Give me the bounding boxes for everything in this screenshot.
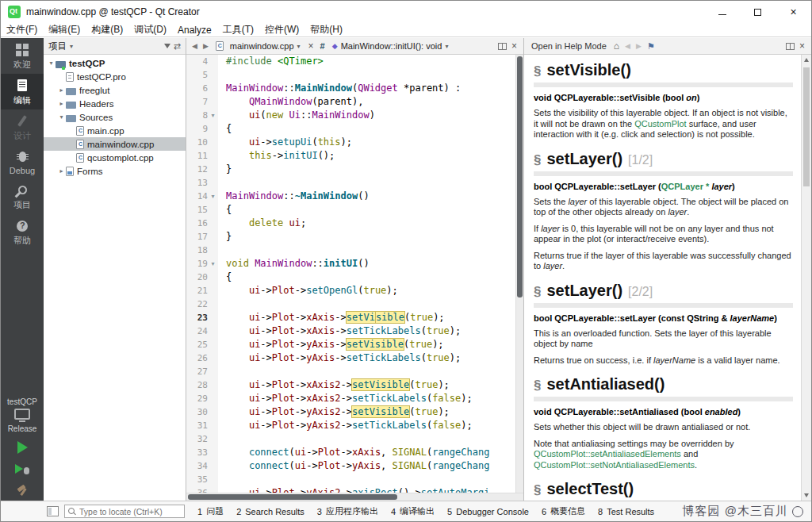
- home-icon[interactable]: ⌂: [612, 40, 621, 52]
- tree-item-Sources[interactable]: ▾Sources: [44, 110, 186, 124]
- code-line-9[interactable]: 9{: [186, 122, 515, 136]
- line-number[interactable]: 25: [186, 338, 208, 351]
- line-number[interactable]: 16: [186, 217, 208, 230]
- line-number[interactable]: 13: [186, 176, 208, 190]
- code-line-12[interactable]: 12}: [186, 163, 515, 176]
- code-line-18[interactable]: 18: [186, 244, 515, 257]
- output-pane-button-5[interactable]: 5Debugger Console: [441, 501, 535, 521]
- line-number[interactable]: 11: [186, 149, 208, 163]
- code-line-20[interactable]: 20{: [186, 271, 515, 284]
- line-number[interactable]: 26: [186, 351, 208, 365]
- code-line-27[interactable]: 27: [186, 365, 515, 378]
- minimize-button[interactable]: [704, 1, 740, 23]
- code-line-13[interactable]: 13: [186, 176, 515, 190]
- locator-input[interactable]: [79, 507, 181, 516]
- chevron-down-icon[interactable]: ▾: [70, 43, 73, 50]
- sync-icon[interactable]: ⇄: [174, 41, 181, 52]
- menu-item-7[interactable]: 帮助(H): [304, 23, 348, 36]
- back-icon[interactable]: ◀: [623, 42, 632, 50]
- code-line-33[interactable]: 33 connect(ui->Plot->xAxis, SIGNAL(range…: [186, 446, 515, 459]
- code-line-14[interactable]: 14▾MainWindow::~MainWindow(): [186, 190, 515, 203]
- back-icon[interactable]: ◀: [190, 42, 199, 50]
- close-button[interactable]: ×: [776, 1, 811, 23]
- menu-item-1[interactable]: 编辑(E): [43, 23, 86, 36]
- code-line-15[interactable]: 15{: [186, 203, 515, 217]
- line-number[interactable]: 18: [186, 244, 208, 257]
- bookmark-flag-icon[interactable]: ⚑: [645, 41, 657, 52]
- line-number[interactable]: 28: [186, 378, 208, 392]
- scrollbar-thumb[interactable]: [517, 56, 523, 297]
- tree-item-freeglut[interactable]: ▸freeglut: [44, 83, 186, 97]
- tree-item-mainwindow.cpp[interactable]: mainwindow.cpp: [44, 137, 186, 151]
- code-line-21[interactable]: 21 ui->Plot->setOpenGl(true);: [186, 284, 515, 297]
- line-number[interactable]: 27: [186, 365, 208, 378]
- code-line-24[interactable]: 24 ui->Plot->xAxis->setTickLabels(true);: [186, 324, 515, 338]
- code-line-35[interactable]: 35: [186, 473, 515, 486]
- output-pane-button-8[interactable]: 8Test Results: [592, 501, 661, 521]
- doc-link[interactable]: QCustomPlot::setNotAntialiasedElements: [534, 460, 695, 470]
- tree-item-testQCP[interactable]: ▾testQCP: [44, 56, 186, 70]
- code-line-25[interactable]: 25 ui->Plot->yAxis->setVisible(true);: [186, 338, 515, 351]
- close-split-icon[interactable]: ×: [509, 40, 519, 52]
- line-number[interactable]: 12: [186, 163, 208, 176]
- fold-marker-icon[interactable]: ▾: [208, 109, 218, 122]
- code-line-28[interactable]: 28 ui->Plot->xAxis2->setVisible(true);: [186, 378, 515, 392]
- tree-item-main.cpp[interactable]: main.cpp: [44, 124, 186, 137]
- doc-link[interactable]: QCustomPlot::setAntialiasedElements: [534, 449, 681, 459]
- line-number[interactable]: 31: [186, 419, 208, 432]
- scroll-up-icon[interactable]: [802, 55, 811, 65]
- menu-item-4[interactable]: Analyze: [172, 23, 217, 36]
- split-help-icon[interactable]: [786, 43, 795, 50]
- line-number[interactable]: 21: [186, 284, 208, 297]
- menu-item-6[interactable]: 控件(W): [259, 23, 304, 36]
- code-line-6[interactable]: 6MainWindow::MainWindow(QWidget *parent)…: [186, 82, 515, 95]
- expander-icon[interactable]: ▾: [47, 59, 56, 67]
- menu-item-5[interactable]: 工具(T): [217, 23, 259, 36]
- line-number[interactable]: 36: [186, 486, 208, 493]
- doc-link[interactable]: QCustomPlot: [634, 119, 686, 129]
- expander-icon[interactable]: ▾: [57, 113, 66, 121]
- code-line-30[interactable]: 30 ui->Plot->yAxis2->setVisible(true);: [186, 405, 515, 419]
- forward-icon[interactable]: ▶: [634, 42, 643, 50]
- line-number[interactable]: 9: [186, 122, 208, 136]
- code-line-5[interactable]: 5: [186, 68, 515, 82]
- close-document-button[interactable]: ×: [306, 40, 316, 52]
- scroll-down-icon[interactable]: [802, 490, 811, 501]
- code-line-29[interactable]: 29 ui->Plot->xAxis2->setTickLabels(false…: [186, 392, 515, 405]
- expander-icon[interactable]: ▸: [57, 167, 66, 175]
- mode-edit-document[interactable]: 编辑: [1, 74, 44, 109]
- code-line-22[interactable]: 22: [186, 297, 515, 311]
- run-button[interactable]: [1, 436, 44, 458]
- editor-vertical-scrollbar[interactable]: [515, 55, 523, 493]
- line-number[interactable]: 32: [186, 432, 208, 446]
- code-line-31[interactable]: 31 ui->Plot->yAxis2->setTickLabels(false…: [186, 419, 515, 432]
- mode-projects-wrench[interactable]: 项目: [1, 178, 44, 214]
- line-number[interactable]: 30: [186, 405, 208, 419]
- tree-item-qcustomplot.cpp[interactable]: qcustomplot.cpp: [44, 151, 186, 164]
- line-number[interactable]: 7: [186, 95, 208, 109]
- menu-item-2[interactable]: 构建(B): [86, 23, 128, 36]
- help-scrollbar[interactable]: [801, 55, 811, 501]
- line-number[interactable]: 34: [186, 459, 208, 473]
- fold-marker-icon[interactable]: ▾: [208, 190, 218, 203]
- line-number[interactable]: 4: [186, 55, 208, 68]
- code-line-4[interactable]: 4#include <QTimer>: [186, 55, 515, 68]
- locator[interactable]: [64, 505, 185, 518]
- line-number[interactable]: 29: [186, 392, 208, 405]
- kit-selector-button[interactable]: testQCP Release: [1, 393, 44, 436]
- output-pane-button-3[interactable]: 3应用程序输出: [311, 501, 385, 521]
- mode-debug-bug[interactable]: Debug: [1, 145, 44, 178]
- code-line-32[interactable]: 32: [186, 432, 515, 446]
- scrollbar-thumb[interactable]: [803, 67, 810, 186]
- line-number[interactable]: 8: [186, 109, 208, 122]
- split-editor-icon[interactable]: [498, 43, 507, 50]
- code-line-26[interactable]: 26 ui->Plot->yAxis->setTickLabels(true);: [186, 351, 515, 365]
- symbol-dropdown[interactable]: ◆ MainWindow::initUI(): void ▾: [329, 41, 452, 51]
- line-number[interactable]: 10: [186, 136, 208, 149]
- line-number[interactable]: 6: [186, 82, 208, 95]
- code-line-17[interactable]: 17}: [186, 230, 515, 244]
- mode-welcome-grid[interactable]: 欢迎: [1, 38, 44, 74]
- open-file-dropdown[interactable]: mainwindow.cpp ▾: [213, 41, 304, 51]
- line-number[interactable]: 23: [186, 311, 208, 324]
- line-number[interactable]: 5: [186, 68, 208, 82]
